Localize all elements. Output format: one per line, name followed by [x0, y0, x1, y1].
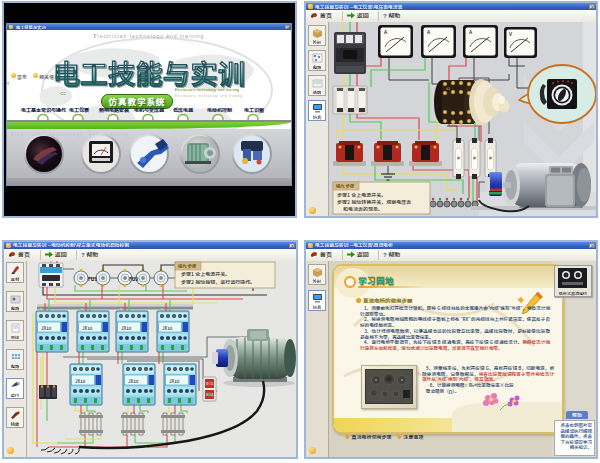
svg-text:步骤2 按动按钮，进行运行操作。: 步骤2 按动按钮，进行运行操作。 — [181, 278, 255, 285]
svg-text:V: V — [508, 30, 512, 37]
svg-text:和电流表的现象。: 和电流表的现象。 — [343, 205, 383, 212]
svg-text:步骤1 合上电源开关。: 步骤1 合上电源开关。 — [181, 270, 230, 277]
svg-text:操作步骤: 操作步骤 — [178, 263, 197, 269]
svg-text:42: 42 — [446, 86, 450, 91]
svg-text:步骤2 按动转换开关，观察电压表: 步骤2 按动转换开关，观察电压表 — [337, 198, 411, 205]
svg-text:操作步骤: 操作步骤 — [336, 183, 355, 189]
svg-text:步骤1 合上电源开关。: 步骤1 合上电源开关。 — [337, 191, 386, 198]
